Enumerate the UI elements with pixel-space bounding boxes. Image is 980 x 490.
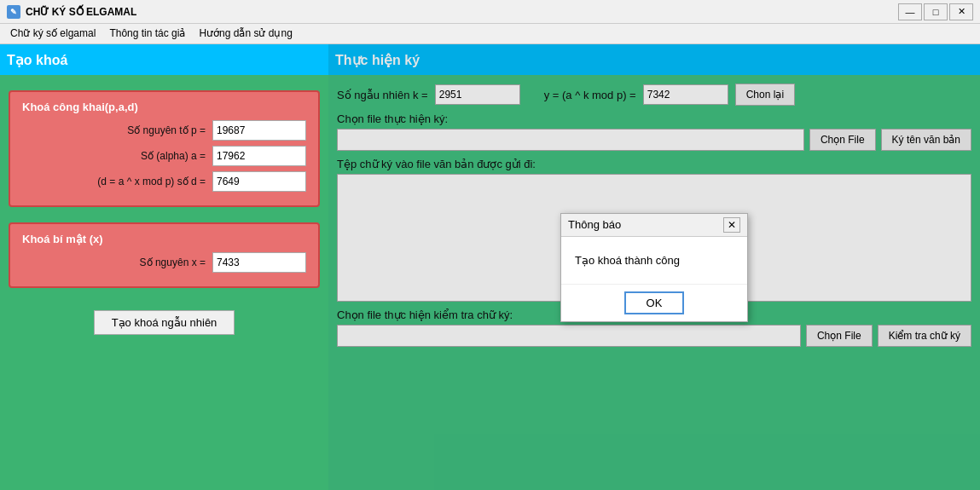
modal-ok-button[interactable]: OK bbox=[624, 291, 685, 314]
left-panel-header: Tạo khoá bbox=[0, 44, 328, 75]
generate-key-button[interactable]: Tạo khoá ngẫu nhiên bbox=[94, 310, 235, 335]
p-row: Số nguyên tố p = bbox=[22, 120, 306, 141]
public-key-section: Khoá công khai(p,a,d) Số nguyên tố p = S… bbox=[9, 90, 320, 207]
right-panel: Thực hiện ký Số ngẫu nhiên k = y = (a ^ … bbox=[328, 44, 980, 490]
close-button[interactable]: ✕ bbox=[949, 3, 973, 20]
a-input[interactable] bbox=[212, 146, 306, 166]
modal-title: Thông báo bbox=[568, 218, 621, 231]
menu-item-thong-tin[interactable]: Thông tin tác giả bbox=[102, 26, 192, 42]
title-bar: ✎ CHỮ KÝ SỐ ELGAMAL — □ ✕ bbox=[0, 0, 980, 24]
d-row: (d = a ^ x mod p) số d = bbox=[22, 171, 306, 192]
public-key-title: Khoá công khai(p,a,d) bbox=[22, 101, 306, 113]
app-icon: ✎ bbox=[7, 5, 20, 19]
a-row: Số (alpha) a = bbox=[22, 146, 306, 166]
title-bar-left: ✎ CHỮ KÝ SỐ ELGAMAL bbox=[7, 5, 136, 19]
menu-item-chu-ky[interactable]: Chữ ký số elgamal bbox=[3, 26, 102, 42]
menu-item-huong-dan[interactable]: Hướng dẫn sử dụng bbox=[192, 26, 299, 42]
modal-overlay: Thông báo ✕ Tạo khoá thành công OK bbox=[328, 44, 980, 490]
modal-content: Tạo khoá thành công bbox=[561, 237, 747, 284]
p-label: Số nguyên tố p = bbox=[22, 124, 206, 136]
app-title: CHỮ KÝ SỐ ELGAMAL bbox=[26, 6, 136, 18]
modal-message: Tạo khoá thành công bbox=[575, 254, 680, 267]
title-bar-controls: — □ ✕ bbox=[898, 3, 973, 20]
x-label: Số nguyên x = bbox=[22, 257, 206, 268]
x-row: Số nguyên x = bbox=[22, 252, 306, 273]
modal-close-button[interactable]: ✕ bbox=[723, 217, 740, 233]
private-key-title: Khoá bí mật (x) bbox=[22, 233, 306, 245]
minimize-button[interactable]: — bbox=[898, 3, 922, 20]
d-label: (d = a ^ x mod p) số d = bbox=[22, 176, 206, 187]
maximize-button[interactable]: □ bbox=[924, 3, 948, 20]
left-panel: Tạo khoá Khoá công khai(p,a,d) Số nguyên… bbox=[0, 44, 328, 490]
main-container: Tạo khoá Khoá công khai(p,a,d) Số nguyên… bbox=[0, 44, 980, 490]
private-key-section: Khoá bí mật (x) Số nguyên x = bbox=[9, 222, 320, 288]
d-input[interactable] bbox=[212, 171, 306, 192]
modal-box: Thông báo ✕ Tạo khoá thành công OK bbox=[560, 213, 748, 322]
a-label: Số (alpha) a = bbox=[22, 150, 206, 162]
menu-bar: Chữ ký số elgamal Thông tin tác giả Hướn… bbox=[0, 24, 980, 44]
modal-footer: OK bbox=[561, 284, 747, 321]
x-input[interactable] bbox=[212, 252, 306, 273]
p-input[interactable] bbox=[212, 120, 306, 141]
modal-title-bar: Thông báo ✕ bbox=[561, 214, 747, 237]
